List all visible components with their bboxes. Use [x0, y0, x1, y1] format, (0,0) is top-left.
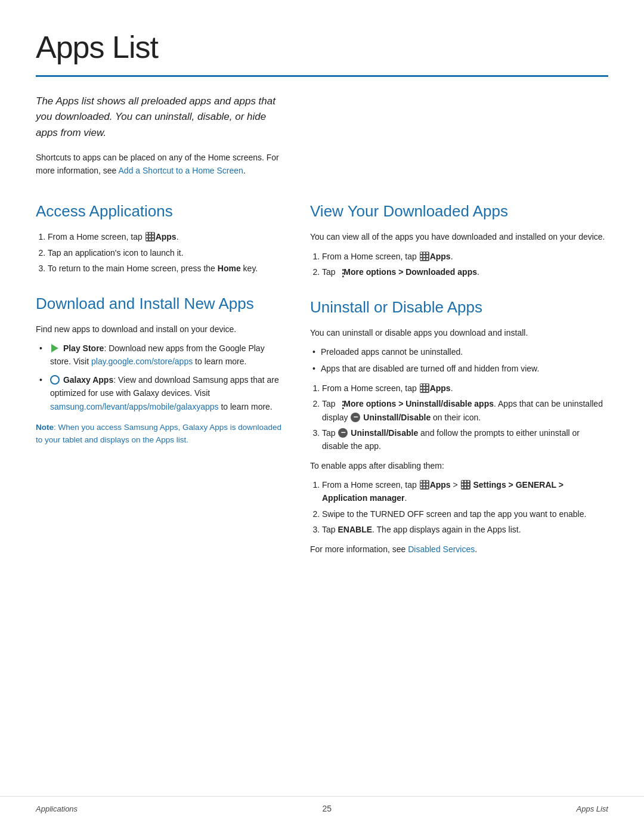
title-divider: [36, 75, 608, 77]
view-downloaded-title: View Your Downloaded Apps: [310, 200, 608, 223]
play-store-icon: [50, 343, 60, 353]
uninstall-disable-body: You can uninstall or disable apps you do…: [310, 326, 608, 339]
view-downloaded-steps: From a Home screen, tap Apps. Tap More o…: [310, 250, 608, 279]
footer-page-number: 25: [323, 803, 332, 815]
note-text: : When you access Samsung Apps, Galaxy A…: [36, 423, 281, 444]
uninstall-disable-title: Uninstall or Disable Apps: [310, 296, 608, 319]
uninstall-bullets: Preloaded apps cannot be uninstalled. Ap…: [310, 345, 608, 376]
download-note: Note: When you access Samsung Apps, Gala…: [36, 422, 286, 447]
more-options-icon-2: [338, 399, 340, 407]
uninstall-steps: From a Home screen, tap Apps. Tap More o…: [310, 382, 608, 453]
galaxy-apps-icon: [50, 375, 60, 385]
intro-normal: Shortcuts to apps can be placed on any o…: [36, 151, 286, 177]
uninstall-bullet-2: Apps that are disabled are turned off an…: [310, 362, 608, 375]
uninstall-step-2: Tap More options > Uninstall/disable app…: [322, 397, 608, 424]
enable-step-3: Tap ENABLE. The app displays again in th…: [322, 523, 608, 536]
apps-icon-1: [145, 232, 155, 241]
disabled-services-link[interactable]: Disabled Services: [408, 544, 475, 554]
access-step-2: Tap an application's icon to launch it.: [48, 246, 286, 259]
play-store-link[interactable]: play.google.com/store/apps: [91, 357, 193, 366]
uninstall-bullet-1: Preloaded apps cannot be uninstalled.: [310, 345, 608, 358]
apps-icon-2: [420, 252, 429, 261]
minus-circle-icon-2: [338, 428, 348, 438]
more-options-icon-1: [338, 267, 340, 275]
uninstall-step-1: From a Home screen, tap Apps.: [322, 382, 608, 395]
apps-icon-3: [420, 383, 429, 393]
download-install-body: Find new apps to download and install on…: [36, 323, 286, 336]
uninstall-step-3: Tap Uninstall/Disable and follow the pro…: [322, 426, 608, 453]
access-step-3: To return to the main Home screen, press…: [48, 262, 286, 275]
play-store-item: Play Store: Download new apps from the G…: [36, 342, 286, 368]
footer-left: Applications: [36, 803, 78, 815]
enable-step-2: Swipe to the TURNED OFF screen and tap t…: [322, 507, 608, 521]
minus-circle-icon-1: [351, 413, 360, 422]
page-title: Apps List: [36, 24, 608, 70]
view-step-2: Tap More options > Downloaded apps.: [322, 265, 608, 278]
access-applications-steps: From a Home screen, tap Apps. Tap an app…: [36, 230, 286, 275]
access-step-1: From a Home screen, tap Apps.: [48, 230, 286, 243]
view-step-1: From a Home screen, tap Apps.: [322, 250, 608, 263]
intro-italic: The Apps list shows all preloaded apps a…: [36, 94, 286, 141]
add-shortcut-link[interactable]: Add a Shortcut to a Home Screen: [119, 166, 243, 175]
view-downloaded-body: You can view all of the apps you have do…: [310, 230, 608, 243]
galaxy-apps-item: Galaxy Apps: View and download Samsung a…: [36, 373, 286, 413]
footer-right: Apps List: [577, 803, 608, 815]
download-install-bullets: Play Store: Download new apps from the G…: [36, 342, 286, 413]
more-info-label: For more information, see: [310, 544, 405, 554]
apps-icon-4: [420, 480, 429, 490]
access-applications-title: Access Applications: [36, 200, 286, 223]
settings-icon: [461, 480, 470, 490]
more-info-text: For more information, see Disabled Servi…: [310, 543, 608, 556]
page: Apps List The Apps list shows all preloa…: [0, 0, 644, 833]
enable-steps: From a Home screen, tap Apps > Settings …: [310, 478, 608, 537]
download-install-title: Download and Install New Apps: [36, 292, 286, 315]
enable-step-1: From a Home screen, tap Apps > Settings …: [322, 478, 608, 505]
footer: Applications 25 Apps List: [0, 796, 644, 815]
left-column: Access Applications From a Home screen, …: [36, 183, 286, 562]
two-col-layout: Access Applications From a Home screen, …: [36, 183, 608, 562]
right-column: View Your Downloaded Apps You can view a…: [310, 183, 608, 562]
note-label: Note: [36, 423, 54, 432]
galaxy-apps-link[interactable]: samsung.com/levant/apps/mobile/galaxyapp…: [50, 402, 219, 411]
enable-label: To enable apps after disabling them:: [310, 459, 608, 472]
